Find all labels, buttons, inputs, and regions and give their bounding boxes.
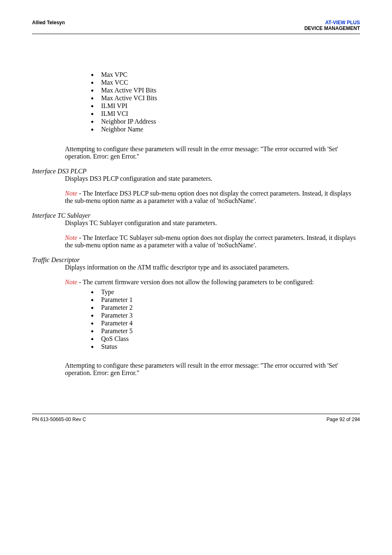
footer-rule <box>32 414 360 414</box>
note-label: Note <box>65 234 77 241</box>
header-left: Allied Telesyn <box>32 20 65 25</box>
list-item: Max Active VPI Bits <box>98 87 360 94</box>
note-body: - The current firmware version does not … <box>77 279 314 286</box>
list-item: Max VPC <box>98 71 360 78</box>
note-body: - The Interface TC Sublayer sub-menu opt… <box>65 234 356 249</box>
list-item: Neighbor Name <box>98 126 360 133</box>
footer-right: Page 92 of 294 <box>327 417 360 422</box>
section-note-tc: Note - The Interface TC Sublayer sub-men… <box>65 234 360 249</box>
section-note-traffic: Note - The current firmware version does… <box>65 279 360 286</box>
list-item: Type <box>98 288 360 296</box>
section-desc-ds3: Displays DS3 PLCP configuration and stat… <box>65 175 360 182</box>
note-label: Note <box>65 190 77 197</box>
list-item: Parameter 4 <box>98 320 360 327</box>
list-item: Parameter 3 <box>98 312 360 319</box>
header-product: AT-VIEW PLUS <box>304 20 360 25</box>
note-label: Note <box>65 279 77 286</box>
section-heading-ds3: Interface DS3 PLCP <box>32 168 360 175</box>
section-heading-traffic: Traffic Descriptor <box>32 256 360 264</box>
list-item: Parameter 5 <box>98 327 360 335</box>
list-item: Max Active VCI Bits <box>98 94 360 102</box>
list-item: Parameter 1 <box>98 296 360 304</box>
list-item: QoS Class <box>98 335 360 343</box>
list-item: Max VCC <box>98 79 360 86</box>
list-item: ILMI VCI <box>98 110 360 117</box>
list-item: ILMI VPI <box>98 102 360 110</box>
header-section: DEVICE MANAGEMENT <box>304 25 360 31</box>
section-note-ds3: Note - The Interface DS3 PLCP sub-menu o… <box>65 190 360 205</box>
param-list-1: Max VPC Max VCC Max Active VPI Bits Max … <box>32 71 360 133</box>
header-right: AT-VIEW PLUS DEVICE MANAGEMENT <box>304 20 360 31</box>
page-footer: PN 613-50665-00 Rev C Page 92 of 294 <box>32 417 360 422</box>
list-item: Parameter 2 <box>98 304 360 311</box>
section-heading-tc: Interface TC Sublayer <box>32 212 360 219</box>
param-list-2: Type Parameter 1 Parameter 2 Parameter 3… <box>32 288 360 350</box>
list-item: Neighbor IP Address <box>98 118 360 125</box>
section-desc-traffic: Diplays information on the ATM traffic d… <box>65 264 360 271</box>
header-rule <box>32 34 360 34</box>
list-item: Status <box>98 343 360 350</box>
page-header: Allied Telesyn AT-VIEW PLUS DEVICE MANAG… <box>32 20 360 31</box>
footer-left: PN 613-50665-00 Rev C <box>32 417 86 422</box>
error-paragraph-1: Attempting to configure these parameters… <box>65 145 360 160</box>
section-desc-tc: Displays TC Sublayer configuration and s… <box>65 219 360 227</box>
note-body: - The Interface DS3 PLCP sub-menu option… <box>65 190 351 204</box>
error-paragraph-2: Attempting to configure these parameters… <box>65 362 360 377</box>
